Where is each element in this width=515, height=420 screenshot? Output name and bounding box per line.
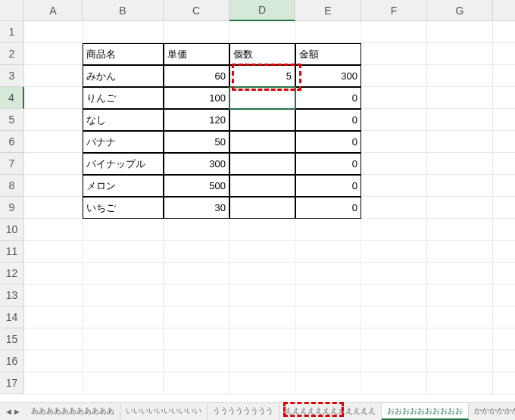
row-header-5[interactable]: 5: [0, 109, 24, 131]
cell-a5[interactable]: [24, 109, 83, 131]
cell-f15[interactable]: [361, 328, 427, 350]
cell-f13[interactable]: [361, 285, 427, 306]
cell-d13[interactable]: [229, 285, 295, 306]
row-header-2[interactable]: 2: [0, 43, 24, 65]
cell-g4[interactable]: [427, 87, 493, 109]
cell-g7[interactable]: [427, 153, 493, 175]
row-header-9[interactable]: 9: [0, 197, 24, 219]
select-all-corner[interactable]: [0, 0, 24, 21]
cell-f12[interactable]: [361, 263, 427, 285]
row-header-15[interactable]: 15: [0, 328, 24, 350]
cell-f6[interactable]: [361, 131, 427, 153]
cell-b16[interactable]: [83, 350, 164, 372]
cell-d10[interactable]: [229, 219, 295, 241]
cell-d5[interactable]: [229, 109, 295, 131]
cell-d2[interactable]: 個数: [229, 43, 295, 65]
row-header-11[interactable]: 11: [0, 241, 24, 263]
tab-nav[interactable]: ◀ ▶: [0, 408, 26, 415]
cell-e14[interactable]: [295, 306, 361, 328]
cell-d17[interactable]: [229, 372, 295, 394]
cell-f5[interactable]: [361, 109, 427, 131]
cell-g16[interactable]: [427, 350, 493, 372]
cell-a7[interactable]: [24, 153, 83, 175]
col-header-e[interactable]: E: [295, 0, 361, 21]
cell-g8[interactable]: [427, 175, 493, 197]
cell-g2[interactable]: [427, 43, 493, 65]
cell-f3[interactable]: [361, 65, 427, 87]
sheet-tab-4[interactable]: おおおおおおおおおお: [382, 403, 469, 420]
cell-a11[interactable]: [24, 241, 83, 263]
cell-c8[interactable]: 500: [164, 175, 229, 197]
cell-b9[interactable]: いちご: [83, 197, 164, 219]
cell-b8[interactable]: メロン: [83, 175, 164, 197]
cell-c6[interactable]: 50: [164, 131, 229, 153]
cell-c10[interactable]: [164, 219, 229, 241]
cell-e17[interactable]: [295, 372, 361, 394]
cell-f11[interactable]: [361, 241, 427, 263]
cell-f9[interactable]: [361, 197, 427, 219]
cell-g3[interactable]: [427, 65, 493, 87]
cell-c5[interactable]: 120: [164, 109, 229, 131]
cell-e7[interactable]: 0: [295, 153, 361, 175]
cell-b12[interactable]: [83, 263, 164, 285]
cell-c7[interactable]: 300: [164, 153, 229, 175]
cell-d15[interactable]: [229, 328, 295, 350]
cell-e11[interactable]: [295, 241, 361, 263]
cell-b7[interactable]: パイナップル: [83, 153, 164, 175]
cell-f16[interactable]: [361, 350, 427, 372]
cell-g6[interactable]: [427, 131, 493, 153]
cell-e2[interactable]: 金額: [295, 43, 361, 65]
cell-a14[interactable]: [24, 306, 83, 328]
cell-d4[interactable]: [229, 87, 295, 109]
cell-f14[interactable]: [361, 306, 427, 328]
cell-b4[interactable]: りんご: [83, 87, 164, 109]
cell-a16[interactable]: [24, 350, 83, 372]
sheet-tab-3[interactable]: ええええええええええええ: [279, 403, 382, 420]
row-header-13[interactable]: 13: [0, 285, 24, 306]
cell-a15[interactable]: [24, 328, 83, 350]
cell-b1[interactable]: [83, 21, 164, 43]
cell-c3[interactable]: 60: [164, 65, 229, 87]
cell-g10[interactable]: [427, 219, 493, 241]
cell-e15[interactable]: [295, 328, 361, 350]
sheet-tab-0[interactable]: あああああああああああ: [26, 403, 120, 420]
cell-b3[interactable]: みかん: [83, 65, 164, 87]
cell-b17[interactable]: [83, 372, 164, 394]
row-header-6[interactable]: 6: [0, 131, 24, 153]
cell-e4[interactable]: 0: [295, 87, 361, 109]
cell-d1[interactable]: [229, 21, 295, 43]
cell-d14[interactable]: [229, 306, 295, 328]
cell-d6[interactable]: [229, 131, 295, 153]
cell-f10[interactable]: [361, 219, 427, 241]
cell-d9[interactable]: [229, 197, 295, 219]
row-header-8[interactable]: 8: [0, 175, 24, 197]
cell-d7[interactable]: [229, 153, 295, 175]
col-header-b[interactable]: B: [83, 0, 164, 21]
tab-nav-prev-icon[interactable]: ◀: [6, 408, 11, 415]
cell-g9[interactable]: [427, 197, 493, 219]
cell-b6[interactable]: バナナ: [83, 131, 164, 153]
cell-g15[interactable]: [427, 328, 493, 350]
col-header-g[interactable]: G: [427, 0, 493, 21]
cell-g17[interactable]: [427, 372, 493, 394]
cell-g14[interactable]: [427, 306, 493, 328]
row-header-4[interactable]: 4: [0, 87, 24, 109]
row-header-17[interactable]: 17: [0, 372, 24, 394]
cell-a6[interactable]: [24, 131, 83, 153]
cell-a10[interactable]: [24, 219, 83, 241]
cell-e16[interactable]: [295, 350, 361, 372]
row-header-16[interactable]: 16: [0, 350, 24, 372]
cell-f1[interactable]: [361, 21, 427, 43]
cell-d12[interactable]: [229, 263, 295, 285]
cell-a12[interactable]: [24, 263, 83, 285]
cell-g13[interactable]: [427, 285, 493, 306]
cell-c4[interactable]: 100: [164, 87, 229, 109]
cell-f8[interactable]: [361, 175, 427, 197]
cell-e9[interactable]: 0: [295, 197, 361, 219]
cell-d8[interactable]: [229, 175, 295, 197]
cell-f4[interactable]: [361, 87, 427, 109]
cell-g5[interactable]: [427, 109, 493, 131]
col-header-d[interactable]: D: [229, 0, 295, 21]
cell-g1[interactable]: [427, 21, 493, 43]
cell-c16[interactable]: [164, 350, 229, 372]
